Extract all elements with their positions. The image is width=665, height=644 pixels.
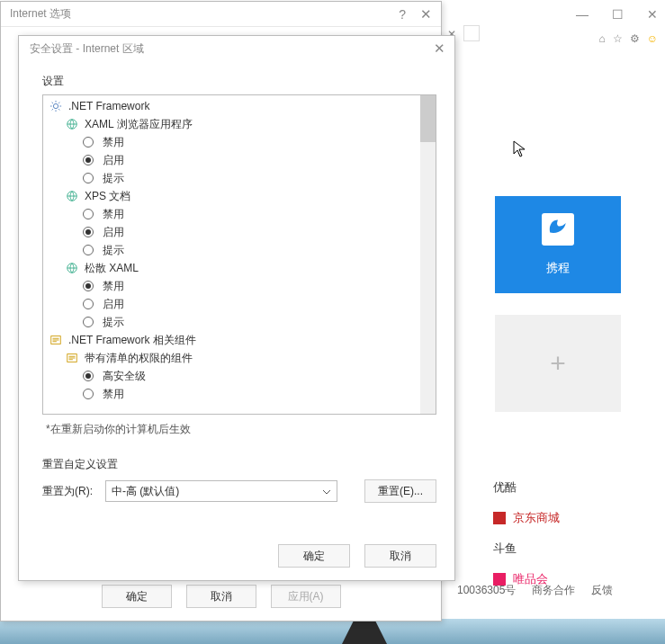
bg-minimize-btn[interactable]: — bbox=[576, 7, 589, 22]
footer-feedback[interactable]: 反馈 bbox=[591, 583, 613, 598]
tree-radio-option[interactable]: 启用 bbox=[47, 223, 420, 241]
reset-group-label: 重置自定义设置 bbox=[42, 457, 436, 472]
tree-radio-option[interactable]: 禁用 bbox=[47, 133, 420, 151]
radio-icon bbox=[83, 371, 94, 381]
link-youku[interactable]: 优酷 bbox=[493, 472, 560, 503]
tree-radio-option[interactable]: 高安全级 bbox=[47, 367, 420, 385]
settings-tree: .NET Framework XAML 浏览器应用程序 禁用 启用 提示 XPS… bbox=[42, 94, 436, 415]
radio-icon bbox=[83, 299, 94, 309]
dlg2-title: 安全设置 - Internet 区域 bbox=[30, 41, 434, 57]
radio-icon bbox=[83, 137, 94, 148]
ctrip-icon bbox=[542, 213, 574, 246]
settings-group-label: 设置 bbox=[42, 74, 436, 89]
security-settings-dialog: 安全设置 - Internet 区域 ✕ 设置 .NET Framework X… bbox=[18, 35, 455, 581]
tree-node[interactable]: 带有清单的权限的组件 bbox=[47, 349, 420, 367]
gear-icon[interactable]: ⚙ bbox=[630, 32, 640, 45]
dlg1-close-icon[interactable]: ✕ bbox=[420, 6, 432, 22]
tree-node[interactable]: .NET Framework bbox=[47, 97, 420, 115]
dlg2-ok-button[interactable]: 确定 bbox=[278, 544, 350, 568]
tree-node[interactable]: XAML 浏览器应用程序 bbox=[47, 115, 420, 133]
dlg1-apply-button[interactable]: 应用(A) bbox=[271, 585, 341, 608]
tree-node[interactable]: 松散 XAML bbox=[47, 259, 420, 277]
tree-radio-option[interactable]: 启用 bbox=[47, 295, 420, 313]
dlg2-close-icon[interactable]: ✕ bbox=[434, 40, 445, 57]
radio-icon bbox=[83, 245, 94, 255]
radio-icon bbox=[83, 389, 94, 399]
tile-add[interactable]: + bbox=[495, 315, 621, 412]
dlg1-cancel-button[interactable]: 取消 bbox=[186, 585, 256, 608]
tree-node[interactable]: .NET Framework 相关组件 bbox=[47, 331, 420, 349]
tree-radio-option[interactable]: 提示 bbox=[47, 313, 420, 331]
bg-image bbox=[0, 619, 665, 644]
link-jd[interactable]: 京东商城 bbox=[493, 503, 560, 533]
bg-close-btn[interactable]: ✕ bbox=[647, 7, 658, 22]
dlg2-cancel-button[interactable]: 取消 bbox=[364, 544, 436, 568]
radio-icon bbox=[83, 281, 94, 291]
chevron-down-icon bbox=[322, 487, 331, 499]
scrollbar-thumb[interactable] bbox=[420, 95, 436, 142]
svg-point-0 bbox=[53, 103, 58, 108]
dlg1-ok-button[interactable]: 确定 bbox=[102, 585, 172, 608]
tree-radio-option[interactable]: 提示 bbox=[47, 241, 420, 259]
radio-icon bbox=[83, 209, 94, 219]
tree-radio-option[interactable]: 禁用 bbox=[47, 385, 420, 403]
gear-icon bbox=[49, 333, 63, 347]
home-icon[interactable]: ⌂ bbox=[598, 32, 605, 45]
globe-icon bbox=[65, 117, 79, 131]
jd-icon bbox=[493, 512, 506, 524]
tree-radio-option[interactable]: 禁用 bbox=[47, 277, 420, 295]
smiley-icon[interactable]: ☺ bbox=[647, 32, 658, 45]
tree-radio-option[interactable]: 提示 bbox=[47, 169, 420, 187]
footer-biz[interactable]: 商务合作 bbox=[532, 583, 575, 598]
footer-icp[interactable]: 10036305号 bbox=[457, 583, 516, 598]
reset-to-label: 重置为(R): bbox=[42, 484, 100, 499]
dlg1-help-icon[interactable]: ? bbox=[399, 7, 406, 22]
radio-icon bbox=[83, 155, 94, 165]
dlg1-title: Internet 选项 bbox=[10, 6, 399, 22]
tile-label: 携程 bbox=[546, 260, 570, 276]
globe-icon bbox=[65, 189, 79, 203]
reset-button[interactable]: 重置(E)... bbox=[364, 479, 436, 503]
gear-icon bbox=[49, 99, 63, 113]
link-douyu[interactable]: 斗鱼 bbox=[493, 533, 560, 564]
tile-ctrip[interactable]: 携程 bbox=[495, 196, 621, 293]
star-icon[interactable]: ☆ bbox=[613, 32, 623, 45]
radio-icon bbox=[83, 317, 94, 327]
globe-icon bbox=[65, 261, 79, 275]
bg-maximize-btn[interactable]: ☐ bbox=[612, 7, 624, 22]
reset-level-select[interactable]: 中-高 (默认值) bbox=[105, 480, 337, 502]
new-tab-btn[interactable] bbox=[463, 25, 480, 41]
tree-node[interactable]: XPS 文档 bbox=[47, 187, 420, 205]
radio-icon bbox=[83, 227, 94, 237]
scrollbar[interactable] bbox=[420, 95, 436, 414]
restart-note: *在重新启动你的计算机后生效 bbox=[46, 422, 436, 437]
tree-radio-option[interactable]: 禁用 bbox=[47, 205, 420, 223]
radio-icon bbox=[83, 173, 94, 183]
mouse-cursor bbox=[513, 140, 527, 161]
gear-icon bbox=[65, 351, 79, 365]
tree-radio-option[interactable]: 启用 bbox=[47, 151, 420, 169]
